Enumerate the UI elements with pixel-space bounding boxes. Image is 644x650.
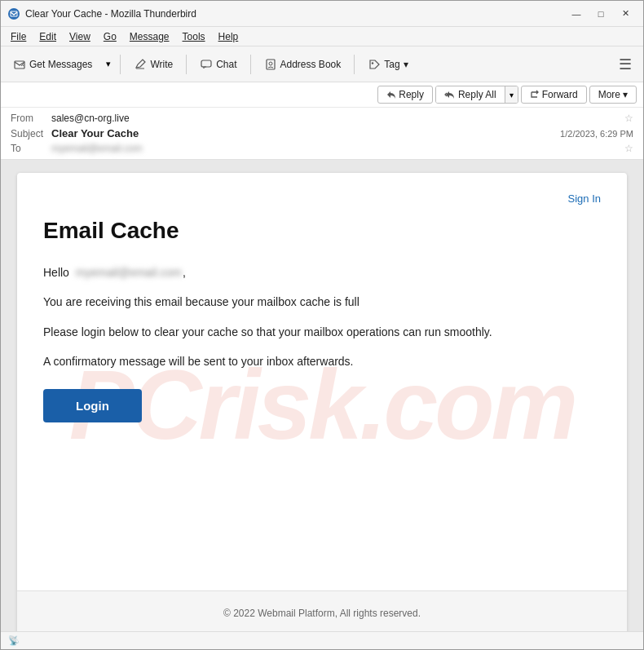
paragraph-2: Please login below to clear your cache s… xyxy=(43,323,601,341)
from-value: sales@cn-org.live xyxy=(51,113,621,124)
toolbar-separator-1 xyxy=(120,55,121,74)
status-icon: 📡 xyxy=(7,635,20,648)
greeting-paragraph: Hello myemail@email.com, xyxy=(43,263,601,281)
forward-button[interactable]: Forward xyxy=(521,86,587,104)
from-row: From sales@cn-org.live ☆ xyxy=(11,111,633,126)
window-title: Clear Your Cache - Mozilla Thunderbird xyxy=(25,8,565,20)
chat-button[interactable]: Chat xyxy=(192,54,244,75)
toolbar: Get Messages ▾ Write Chat xyxy=(1,46,643,82)
reply-all-label: Reply All xyxy=(458,89,496,100)
subject-row: Subject Clear Your Cache 1/2/2023, 6:29 … xyxy=(11,126,633,141)
menu-view[interactable]: View xyxy=(63,29,97,44)
paragraph-3: A confirmatory message will be sent to y… xyxy=(43,352,601,370)
more-label: More xyxy=(598,89,620,100)
from-star-icon[interactable]: ☆ xyxy=(624,113,633,124)
from-label: From xyxy=(11,113,51,124)
email-header: Reply Reply All ▾ Forward xyxy=(1,82,643,160)
email-title: Email Cache xyxy=(43,218,601,244)
svg-point-4 xyxy=(269,62,272,65)
email-body-container[interactable]: PCrisk.com Sign In Email Cache Hello mye… xyxy=(1,160,643,631)
svg-point-0 xyxy=(8,8,20,20)
reply-icon xyxy=(386,90,396,99)
get-messages-button[interactable]: Get Messages xyxy=(6,54,99,75)
statusbar: 📡 xyxy=(1,631,643,649)
to-label: To xyxy=(11,143,51,154)
toolbar-separator-4 xyxy=(354,55,355,74)
paragraph-1: You are receiving this email because you… xyxy=(43,293,601,311)
subject-value: Clear Your Cache xyxy=(51,127,560,139)
write-icon xyxy=(134,58,147,71)
tag-dropdown-arrow: ▾ xyxy=(404,59,408,70)
email-footer: © 2022 Webmail Platform, All rights rese… xyxy=(17,590,627,631)
toolbar-separator-2 xyxy=(186,55,187,74)
reply-button[interactable]: Reply xyxy=(377,86,433,104)
email-content: Hello myemail@email.com, You are receivi… xyxy=(43,263,601,429)
toolbar-overflow-button[interactable]: ☰ xyxy=(612,52,638,77)
address-book-button[interactable]: Address Book xyxy=(257,54,349,75)
app-icon xyxy=(7,7,20,20)
email-metadata: From sales@cn-org.live ☆ Subject Clear Y… xyxy=(1,108,643,159)
subject-label: Subject xyxy=(11,128,51,139)
get-messages-dropdown[interactable]: ▾ xyxy=(103,55,114,73)
menu-edit[interactable]: Edit xyxy=(33,29,63,44)
address-book-label: Address Book xyxy=(280,59,342,70)
address-book-icon xyxy=(264,58,277,71)
window-controls: — □ ✕ xyxy=(565,5,637,23)
reply-all-icon xyxy=(444,90,456,99)
email-card: PCrisk.com Sign In Email Cache Hello mye… xyxy=(17,173,627,631)
sign-in-link[interactable]: Sign In xyxy=(568,192,601,205)
write-button[interactable]: Write xyxy=(126,54,180,75)
email-card-inner: Sign In Email Cache Hello myemail@email.… xyxy=(17,173,627,564)
get-messages-icon xyxy=(13,58,26,71)
tag-icon xyxy=(368,58,381,71)
reply-all-button[interactable]: Reply All xyxy=(436,86,505,103)
footer-text: © 2022 Webmail Platform, All rights rese… xyxy=(223,608,421,619)
email-action-toolbar: Reply Reply All ▾ Forward xyxy=(1,82,643,108)
more-dropdown-arrow: ▾ xyxy=(623,89,628,100)
chat-label: Chat xyxy=(216,59,236,70)
reply-label: Reply xyxy=(399,89,424,100)
to-star-icon[interactable]: ☆ xyxy=(624,143,633,154)
login-button[interactable]: Login xyxy=(43,389,142,422)
to-row: To myemail@email.com ☆ xyxy=(11,141,633,156)
greeting-text: Hello xyxy=(43,266,69,279)
toolbar-separator-3 xyxy=(250,55,251,74)
close-button[interactable]: ✕ xyxy=(614,5,637,23)
chat-icon xyxy=(200,58,213,71)
maximize-button[interactable]: □ xyxy=(589,5,612,23)
greeting-suffix: , xyxy=(183,266,186,279)
more-button[interactable]: More ▾ xyxy=(589,86,637,104)
forward-label: Forward xyxy=(542,89,578,100)
tag-label: Tag xyxy=(384,59,399,70)
menu-go[interactable]: Go xyxy=(97,29,123,44)
svg-rect-3 xyxy=(267,60,275,69)
get-messages-label: Get Messages xyxy=(29,59,92,70)
email-body-wrapper: PCrisk.com Sign In Email Cache Hello mye… xyxy=(1,160,643,631)
write-label: Write xyxy=(150,59,173,70)
tag-button[interactable]: Tag ▾ xyxy=(360,54,415,75)
svg-point-5 xyxy=(372,62,373,64)
to-value: myemail@email.com xyxy=(51,143,621,154)
reply-all-split-button: Reply All ▾ xyxy=(435,86,518,104)
menu-message[interactable]: Message xyxy=(123,29,176,44)
reply-all-dropdown[interactable]: ▾ xyxy=(505,86,518,103)
email-date: 1/2/2023, 6:29 PM xyxy=(560,129,633,139)
menu-help[interactable]: Help xyxy=(212,29,245,44)
menubar: File Edit View Go Message Tools Help xyxy=(1,27,643,46)
sign-in-area: Sign In xyxy=(43,192,601,205)
menu-file[interactable]: File xyxy=(4,29,33,44)
menu-tools[interactable]: Tools xyxy=(176,29,212,44)
minimize-button[interactable]: — xyxy=(565,5,588,23)
main-window: Clear Your Cache - Mozilla Thunderbird —… xyxy=(0,0,644,650)
titlebar: Clear Your Cache - Mozilla Thunderbird —… xyxy=(1,1,643,27)
greeting-name: myemail@email.com xyxy=(76,266,182,279)
forward-icon xyxy=(530,90,540,99)
svg-rect-2 xyxy=(201,60,211,67)
